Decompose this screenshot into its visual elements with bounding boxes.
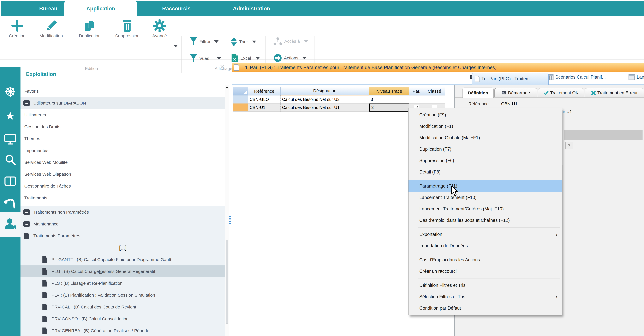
rail-item-robot[interactable] — [0, 198, 20, 210]
sidebar-item-traitements-non-parametres[interactable]: Traitements non Paramétrés — [20, 206, 225, 218]
checkbox-unchecked[interactable] — [432, 97, 437, 102]
col-header-classe[interactable]: Classé — [424, 87, 445, 96]
vues-button[interactable]: Vues — [190, 54, 221, 63]
menu-item-parametrage-highlighted[interactable]: Paramétrage (F11) — [408, 180, 562, 192]
filtrer-button[interactable]: Filtrer — [190, 37, 218, 46]
menu-item-condition-defaut[interactable]: Condition par Défaut — [408, 302, 562, 314]
menu-item-detail[interactable]: Détail (F8) — [408, 166, 562, 178]
rail-item-helm[interactable] — [0, 86, 20, 98]
creation-button[interactable]: Création — [4, 19, 30, 38]
ribbon-tab-application[interactable]: Application — [64, 1, 137, 16]
sidebar-item-traitements[interactable]: Traitements — [20, 192, 225, 204]
suppression-button[interactable]: Suppression — [114, 19, 141, 38]
scroll-up-icon[interactable] — [226, 86, 228, 88]
cell-niveau-trace-focused[interactable]: 3 — [369, 104, 410, 112]
row-selector-active[interactable] — [233, 104, 248, 112]
sidebar-item-traitements-parametres[interactable]: Traitements Paramétrés — [20, 230, 225, 242]
rail-item-columns[interactable] — [0, 176, 20, 186]
ribbon-tab-bureau[interactable]: Bureau — [29, 1, 67, 16]
row-selector[interactable] — [233, 96, 248, 104]
splitter-handle[interactable] — [229, 216, 231, 217]
splitter-handle[interactable] — [229, 221, 231, 222]
cell-classe[interactable] — [424, 96, 445, 104]
sidebar-item-plv[interactable]: PLV : (B) Planification : Validation Ses… — [20, 289, 225, 301]
ribbon-tab-raccourcis[interactable]: Raccourcis — [155, 1, 198, 16]
cell-reference[interactable]: CBN-U1 — [248, 104, 280, 112]
sidebar-item-maintenance[interactable]: Maintenance — [20, 218, 225, 230]
menu-item-lancement-traitement[interactable]: Lancement Traitement (F10) — [408, 192, 562, 203]
avance-button[interactable]: Avancé — [147, 19, 172, 38]
cell-designation[interactable]: Calcul des Besoins Net sur U1 — [280, 104, 369, 112]
sidebar-item-themes[interactable]: Thèmes — [20, 133, 225, 144]
cell-par[interactable] — [410, 96, 424, 104]
menu-item-cas-emploi-jobs[interactable]: Cas d'emploi dans les Jobs et Chaînes (F… — [408, 215, 562, 226]
doc-tab-lancement-scenarios[interactable]: Lancement Scénarios ... — [628, 74, 644, 80]
sidebar-item-pl-gantt[interactable]: PL-GANTT : (B) Calcul Capacité Finie pou… — [20, 254, 225, 266]
duplication-button[interactable]: Duplication — [76, 19, 104, 38]
sidebar-item-prv-genrea[interactable]: PRV-GENREA : (B) Génération Réalisés / P… — [20, 325, 225, 336]
vues-dropdown-icon[interactable] — [217, 57, 221, 60]
sidebar-item-services-web-diapason[interactable]: Services Web Diapason — [20, 168, 225, 180]
avance-dropdown-icon[interactable] — [174, 45, 178, 48]
sidebar-item-utilisateurs-diapason[interactable]: Utilisateurs sur DIAPASON — [20, 97, 225, 109]
menu-item-modification[interactable]: Modification (F1) — [408, 121, 562, 132]
scrollbar-thumb[interactable] — [226, 240, 228, 324]
menu-item-lancement-criteres[interactable]: Lancement Traitement/Critères (Maj+F10) — [408, 203, 562, 215]
detail-tab-demarrage[interactable]: Démarrage — [494, 88, 537, 97]
menu-item-cas-emploi-actions[interactable]: Cas d'Emploi dans les Actions — [408, 254, 562, 266]
columns-icon — [4, 176, 16, 186]
rail-item-favorites[interactable]: ★ — [0, 110, 20, 122]
col-header-par[interactable]: Par. — [410, 87, 424, 96]
cell-niveau-trace[interactable]: 3 — [369, 96, 410, 104]
sidebar-item-prv-cal[interactable]: PRV-CAL : (B) Calcul des Couts de Revien… — [20, 301, 225, 313]
sidebar-item-gestionnaire-taches[interactable]: Gestionnaire de Tâches — [20, 180, 225, 192]
menu-item-duplication[interactable]: Duplication (F7) — [408, 144, 562, 155]
col-header-niveau-trace[interactable]: Niveau Trace — [369, 87, 410, 96]
doc-tab-scenarios-calcul[interactable]: Scénarios Calcul Planif... — [547, 74, 606, 80]
col-header-reference[interactable]: Référence — [248, 87, 280, 96]
rail-item-monitor[interactable] — [0, 134, 20, 145]
detail-tab-traitement-erreur[interactable]: Traitement en Erreur — [585, 88, 644, 97]
trier-dropdown-icon[interactable] — [252, 40, 256, 43]
filtrer-dropdown-icon[interactable] — [214, 40, 218, 43]
detail-tab-traitement-ok[interactable]: Traitement OK — [538, 88, 584, 97]
sidebar-item-favoris[interactable]: Favoris — [20, 85, 225, 97]
sidebar-item-prv-conso[interactable]: PRV-CONSO : (B) Calcul Consolidation — [20, 313, 225, 325]
cell-designation[interactable]: Calcul des Besoins Net sur U2 — [280, 96, 369, 104]
rail-item-users-active[interactable] — [0, 212, 20, 237]
cell-reference[interactable]: CBN-GLO — [248, 96, 280, 104]
sidebar-item-utilisateurs[interactable]: Utilisateurs — [20, 109, 225, 121]
rail-item-search[interactable] — [0, 154, 20, 166]
excel-dropdown-icon[interactable] — [256, 57, 260, 60]
sidebar-item-pls[interactable]: PLS : (B) Lissage et Re-Planification — [20, 277, 225, 289]
col-header-designation[interactable]: Désignation — [280, 87, 369, 96]
close-panel-icon[interactable]: × — [220, 62, 224, 71]
menu-item-selection-filtres[interactable]: Sélection Filtres et Tris› — [408, 291, 562, 302]
menu-item-importation[interactable]: Importation de Données — [408, 240, 562, 252]
menu-item-exportation[interactable]: Exportation› — [408, 229, 562, 240]
sidebar-item-gestion-droits[interactable]: Gestion des Droits — [20, 121, 225, 133]
splitter-handle[interactable] — [229, 223, 231, 224]
sidebar-item-plg-selected[interactable]: PLG : (B) Calcul ChargeBesoins Général R… — [20, 266, 225, 277]
sidebar-item-services-web-mobilite[interactable]: Services Web Mobilité — [20, 156, 225, 168]
actions-dropdown-icon[interactable] — [302, 57, 306, 59]
modification-button[interactable]: Modification — [37, 19, 66, 38]
menu-item-modification-globale[interactable]: Modification Globale (Maj+F1) — [408, 132, 562, 144]
menu-item-definition-filtres[interactable]: Définition Filtres et Tris — [408, 280, 562, 291]
help-button[interactable]: ? — [565, 142, 573, 149]
doc-tab-trt-par-active[interactable]: Trt. Par. (PLG) : Traitem... — [472, 72, 548, 84]
grid-select-all-cell[interactable] — [233, 87, 248, 96]
checkbox-unchecked[interactable] — [414, 97, 419, 102]
trier-button[interactable]: Trier — [231, 37, 256, 46]
table-row[interactable]: CBN-GLO Calcul des Besoins Net sur U2 3 — [233, 96, 445, 104]
sidebar-scrollbar[interactable] — [225, 85, 228, 336]
ribbon-tab-administration[interactable]: Administration — [225, 1, 278, 16]
splitter-handle[interactable] — [229, 218, 231, 220]
excel-button[interactable]: x Excel — [231, 54, 260, 63]
actions-button[interactable]: Actions — [274, 54, 306, 62]
menu-item-suppression[interactable]: Suppression (F6) — [408, 155, 562, 166]
detail-tab-definition[interactable]: Définition — [462, 88, 494, 98]
sidebar-item-imprimantes[interactable]: Imprimantes — [20, 144, 225, 156]
menu-item-creer-raccourci[interactable]: Créer un raccourci — [408, 266, 562, 277]
menu-item-creation[interactable]: Création (F9) — [408, 109, 562, 121]
